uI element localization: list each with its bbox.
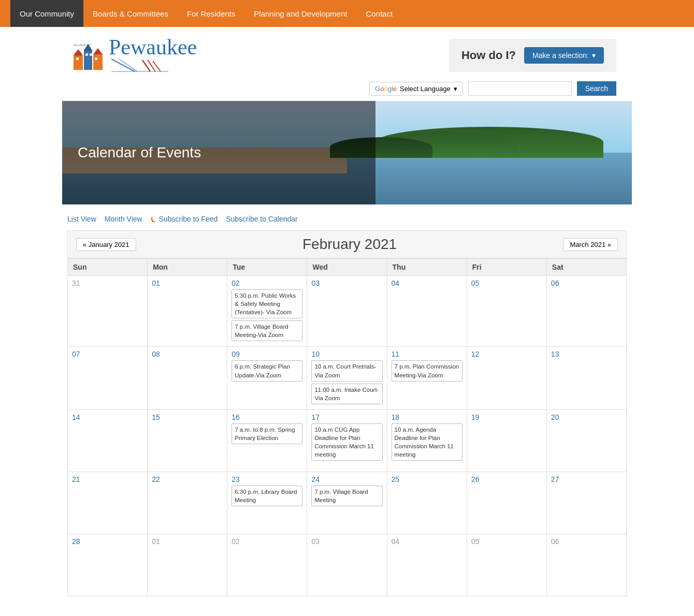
day-number-link[interactable]: 04 <box>392 279 400 287</box>
day-number[interactable]: 03 <box>311 279 382 287</box>
day-number-link[interactable]: 18 <box>392 413 400 421</box>
day-number-link[interactable]: 01 <box>152 279 160 287</box>
month-view-link[interactable]: Month View <box>105 215 142 223</box>
list-view-link[interactable]: List View <box>67 215 96 223</box>
calendar-day-cell: 03 <box>307 534 387 596</box>
day-number[interactable]: 28 <box>72 537 143 546</box>
event-block[interactable]: 7 a.m. to 8 p.m. Spring Primary Election <box>232 423 302 444</box>
day-number-link[interactable]: 06 <box>551 279 559 287</box>
nav-item-for-residents[interactable]: For Residents <box>178 0 244 27</box>
event-link[interactable]: 10 a.m. Agenda Deadline for Plan Commiss… <box>395 427 454 458</box>
day-number[interactable]: 20 <box>551 413 622 421</box>
day-number[interactable]: 05 <box>471 279 542 287</box>
day-number-link[interactable]: 23 <box>232 475 240 483</box>
day-number[interactable]: 19 <box>471 413 542 421</box>
event-block[interactable]: 5:30 p.m. Public Works & Safety Meeting … <box>232 289 302 318</box>
day-number[interactable]: 07 <box>72 350 143 358</box>
calendar-day-cell: 13 <box>546 347 626 409</box>
day-number-link[interactable]: 26 <box>471 475 480 483</box>
day-number-link[interactable]: 05 <box>471 279 480 287</box>
google-logo-icon: Google <box>375 85 397 93</box>
prev-month-button[interactable]: « January 2021 <box>76 238 136 251</box>
day-number-link[interactable]: 03 <box>311 279 320 287</box>
event-block[interactable]: 10 a.m. Agenda Deadline for Plan Commiss… <box>392 423 462 461</box>
event-link[interactable]: 7 p.m. Village Board Meeting <box>314 489 368 503</box>
day-number[interactable]: 21 <box>72 475 143 483</box>
make-selection-button[interactable]: Make a selection: ▾ <box>524 47 604 64</box>
day-number[interactable]: 24 <box>311 475 382 483</box>
day-number-link[interactable]: 27 <box>551 475 559 483</box>
day-number[interactable]: 27 <box>551 475 622 483</box>
event-link[interactable]: 7 a.m. to 8 p.m. Spring Primary Election <box>235 427 295 441</box>
day-number-link[interactable]: 25 <box>392 475 400 483</box>
day-number-link[interactable]: 17 <box>311 413 320 421</box>
event-link[interactable]: 10 a.m CUG App Deadline for Plan Commiss… <box>314 427 373 458</box>
day-number-link[interactable]: 02 <box>232 279 240 287</box>
day-number[interactable]: 25 <box>392 475 462 483</box>
event-block[interactable]: 11:00 a.m. Intake Court-Via Zoom <box>311 384 382 404</box>
day-number[interactable]: 22 <box>152 475 223 483</box>
day-number-link[interactable]: 15 <box>152 413 160 421</box>
translate-button[interactable]: Google Select Language ▾ <box>369 82 463 96</box>
day-number-link[interactable]: 09 <box>232 350 240 358</box>
event-block[interactable]: 7 p.m. Plan Commission Meeting-Via Zoom <box>392 360 462 381</box>
event-block[interactable]: 6:30 p.m. Library Board Meeting <box>232 486 302 506</box>
day-number-link[interactable]: 19 <box>471 413 480 421</box>
event-link[interactable]: 6:30 p.m. Library Board Meeting <box>235 489 297 503</box>
day-number-link[interactable]: 24 <box>311 475 320 483</box>
day-number[interactable]: 26 <box>471 475 542 483</box>
event-link[interactable]: 7 p.m. Village Board Meeting-Via Zoom <box>235 324 288 338</box>
day-number[interactable]: 15 <box>152 413 223 421</box>
day-number[interactable]: 04 <box>392 279 462 287</box>
subscribe-calendar-link[interactable]: Subscribe to Calendar <box>226 215 298 223</box>
day-number-link[interactable]: 13 <box>551 350 559 358</box>
day-number[interactable]: 09 <box>232 350 302 358</box>
day-number-link[interactable]: 22 <box>152 475 160 483</box>
day-number[interactable]: 23 <box>232 475 302 483</box>
day-number[interactable]: 18 <box>392 413 462 421</box>
next-month-button[interactable]: March 2021 » <box>563 238 618 251</box>
event-link[interactable]: 7 p.m. Plan Commission Meeting-Via Zoom <box>395 363 459 378</box>
day-number[interactable]: 10 <box>311 350 382 358</box>
event-block[interactable]: 7 p.m. Village Board Meeting-Via Zoom <box>232 320 302 341</box>
event-block[interactable]: 10 a.m CUG App Deadline for Plan Commiss… <box>311 423 382 461</box>
day-number[interactable]: 06 <box>551 279 622 287</box>
day-number-link[interactable]: 16 <box>232 413 240 421</box>
subscribe-feed-link[interactable]: ⏾ Subscribe to Feed <box>151 215 218 223</box>
calendar-view-links: List View Month View ⏾ Subscribe to Feed… <box>67 215 627 223</box>
day-number-link[interactable]: 08 <box>152 350 160 358</box>
nav-item-our-community[interactable]: Our Community <box>10 0 83 27</box>
day-number-link[interactable]: 10 <box>311 350 320 358</box>
event-block[interactable]: 7 p.m. Village Board Meeting <box>311 486 382 506</box>
day-number[interactable]: 08 <box>152 350 223 358</box>
event-link[interactable]: 6 p.m. Strategic Plan Update-Via Zoom <box>235 363 290 378</box>
nav-item-boards--committees[interactable]: Boards & Committees <box>83 0 178 27</box>
day-number-link[interactable]: 07 <box>72 350 80 358</box>
day-number-link[interactable]: 21 <box>72 475 80 483</box>
day-number-link[interactable]: 28 <box>72 537 80 546</box>
day-number-link[interactable]: 20 <box>551 413 559 421</box>
event-block[interactable]: 6 p.m. Strategic Plan Update-Via Zoom <box>232 360 302 381</box>
day-number[interactable]: 17 <box>311 413 382 421</box>
day-number[interactable]: 14 <box>72 413 143 421</box>
search-button[interactable]: Search <box>577 81 616 96</box>
day-number-link[interactable]: 14 <box>72 413 80 421</box>
nav-item-contact[interactable]: Contact <box>356 0 402 27</box>
day-number[interactable]: 12 <box>471 350 542 358</box>
day-number[interactable]: 01 <box>152 279 223 287</box>
event-link[interactable]: 10 a.m. Court Pretrials-Via Zoom <box>314 363 376 378</box>
day-number[interactable]: 02 <box>232 279 302 287</box>
event-link[interactable]: 11:00 a.m. Intake Court-Via Zoom <box>314 387 379 401</box>
search-input[interactable] <box>468 81 572 96</box>
day-number[interactable]: 16 <box>232 413 302 421</box>
event-link[interactable]: 5:30 p.m. Public Works & Safety Meeting … <box>235 292 296 315</box>
svg-rect-7 <box>76 57 79 60</box>
nav-item-planning-and-development[interactable]: Planning and Development <box>244 0 356 27</box>
day-number-link[interactable]: 12 <box>471 350 480 358</box>
day-number[interactable]: 11 <box>392 350 462 358</box>
event-block[interactable]: 10 a.m. Court Pretrials-Via Zoom <box>311 360 382 381</box>
day-number: 03 <box>311 537 382 546</box>
day-number[interactable]: 13 <box>551 350 622 358</box>
day-number-link[interactable]: 11 <box>392 350 400 358</box>
translate-label: Select Language <box>400 85 451 93</box>
